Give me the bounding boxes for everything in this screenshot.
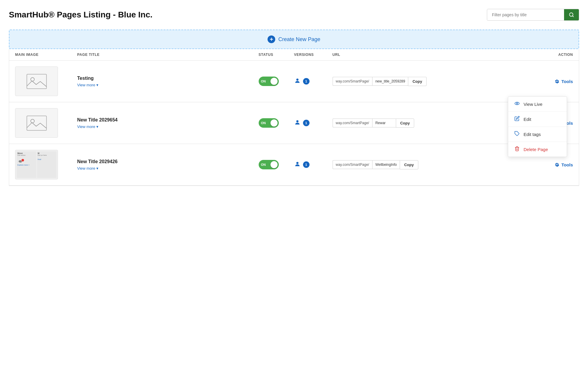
page-thumbnail: [15, 67, 58, 96]
svg-point-12: [21, 159, 24, 162]
create-new-page-label: Create New Page: [278, 36, 320, 43]
svg-point-6: [516, 103, 518, 104]
table-header: MAIN IMAGE PAGE TITLE STATUS VERSIONS UR…: [9, 49, 579, 61]
view-live-label: View Live: [524, 102, 542, 107]
view-more-link[interactable]: View more ▾: [77, 124, 259, 129]
chevron-down-icon: ▾: [96, 124, 98, 129]
url-prefix: way.com/SmartPage/: [333, 160, 372, 169]
url-slug: new_title_2059289: [372, 77, 408, 86]
dropdown-edit[interactable]: Edit: [508, 112, 567, 127]
search-input[interactable]: [487, 9, 564, 20]
image-placeholder-icon: [26, 73, 47, 90]
dropdown-view-live[interactable]: View Live: [508, 97, 567, 112]
page-title: SmartHub® Pages Listing - Blue Inc.: [9, 10, 153, 20]
page-thumbnail-preview: Move Get active Explore more > M Eat yo …: [15, 150, 58, 179]
version-badge: 1: [303, 161, 310, 168]
url-slug: Rewar: [372, 119, 396, 127]
col-versions: VERSIONS: [294, 53, 333, 57]
eye-icon: [514, 101, 520, 107]
on-toggle[interactable]: ON: [259, 77, 279, 86]
search-container: [487, 9, 579, 21]
trash-icon: [514, 146, 520, 153]
page-info: New Title 2029426 View more ▾: [77, 159, 259, 171]
dropdown-menu: View Live Edit: [508, 96, 567, 157]
url-prefix: way.com/SmartPage/: [333, 119, 372, 127]
col-url: URL: [333, 53, 514, 57]
table-row: Move Get active Explore more > M Eat yo …: [9, 144, 579, 186]
view-more-link[interactable]: View more ▾: [77, 83, 259, 87]
svg-rect-8: [27, 116, 46, 130]
tools-button[interactable]: Tools: [554, 79, 573, 84]
page-name: New Title 2029654: [77, 117, 259, 123]
page-info: New Title 2029654 View more ▾: [77, 117, 259, 129]
chevron-down-icon: ▾: [96, 83, 98, 87]
copy-button[interactable]: Copy: [408, 77, 427, 86]
versions-cell: 1: [294, 119, 333, 127]
url-slug: WellbeingInfo: [372, 160, 400, 169]
status-toggle[interactable]: ON: [259, 160, 294, 169]
pencil-icon: [514, 116, 520, 122]
edit-tags-label: Edit tags: [524, 132, 541, 137]
edit-label: Edit: [524, 117, 531, 122]
svg-point-5: [515, 102, 519, 105]
page-thumbnail: [15, 108, 58, 138]
table-row: New Title 2029654 View more ▾ ON: [9, 102, 579, 144]
versions-cell: 1: [294, 161, 333, 169]
svg-point-10: [296, 120, 298, 122]
action-cell: Tools View Live: [514, 79, 573, 84]
col-status: STATUS: [259, 53, 294, 57]
plus-icon: +: [268, 35, 275, 43]
search-button[interactable]: [564, 9, 579, 20]
page-name: Testing: [77, 76, 259, 81]
version-badge: 1: [303, 120, 310, 126]
delete-page-label: Delete Page: [524, 147, 548, 152]
copy-button[interactable]: Copy: [396, 119, 414, 128]
toggle-knob: [270, 119, 278, 127]
user-icon: [294, 119, 301, 127]
svg-line-1: [572, 16, 573, 17]
svg-point-13: [296, 162, 298, 164]
status-toggle[interactable]: ON: [259, 77, 294, 86]
user-icon: [294, 161, 301, 169]
gear-icon: [554, 79, 560, 84]
view-more-link[interactable]: View more ▾: [77, 166, 259, 171]
url-cell: way.com/SmartPage/ WellbeingInfo Copy: [333, 160, 514, 169]
copy-button[interactable]: Copy: [400, 160, 418, 169]
col-main-image: MAIN IMAGE: [15, 53, 77, 57]
gear-icon: [554, 162, 560, 167]
dropdown-delete-page[interactable]: Delete Page: [508, 142, 567, 157]
toggle-knob: [270, 161, 278, 168]
versions-cell: 1: [294, 77, 333, 85]
col-page-title: PAGE TITLE: [77, 53, 259, 57]
tools-button[interactable]: Tools: [554, 162, 573, 167]
action-cell: Tools: [514, 162, 573, 167]
tools-label: Tools: [561, 79, 573, 84]
on-toggle[interactable]: ON: [259, 118, 279, 128]
url-cell: way.com/SmartPage/ Rewar Copy: [333, 119, 514, 128]
tag-icon: [514, 131, 520, 137]
dropdown-edit-tags[interactable]: Edit tags: [508, 127, 567, 142]
col-action: ACTION: [514, 53, 573, 57]
svg-rect-2: [27, 74, 46, 89]
page-info: Testing View more ▾: [77, 76, 259, 87]
url-prefix: way.com/SmartPage/: [333, 77, 372, 86]
user-icon: [294, 77, 301, 85]
version-badge: 1: [303, 78, 310, 85]
page-header: SmartHub® Pages Listing - Blue Inc.: [9, 9, 579, 21]
create-new-page-banner[interactable]: + Create New Page: [9, 30, 579, 49]
chevron-down-icon: ▾: [96, 166, 98, 171]
page-name: New Title 2029426: [77, 159, 259, 164]
search-icon: [569, 12, 574, 17]
pages-table: MAIN IMAGE PAGE TITLE STATUS VERSIONS UR…: [9, 49, 579, 186]
status-toggle[interactable]: ON: [259, 118, 294, 128]
image-placeholder-icon: [26, 115, 47, 131]
on-toggle[interactable]: ON: [259, 160, 279, 169]
tools-label: Tools: [561, 162, 573, 167]
svg-point-4: [296, 78, 298, 80]
table-row: Testing View more ▾ ON: [9, 61, 579, 102]
url-cell: way.com/SmartPage/ new_title_2059289 Cop…: [333, 77, 514, 86]
toggle-knob: [270, 78, 278, 85]
